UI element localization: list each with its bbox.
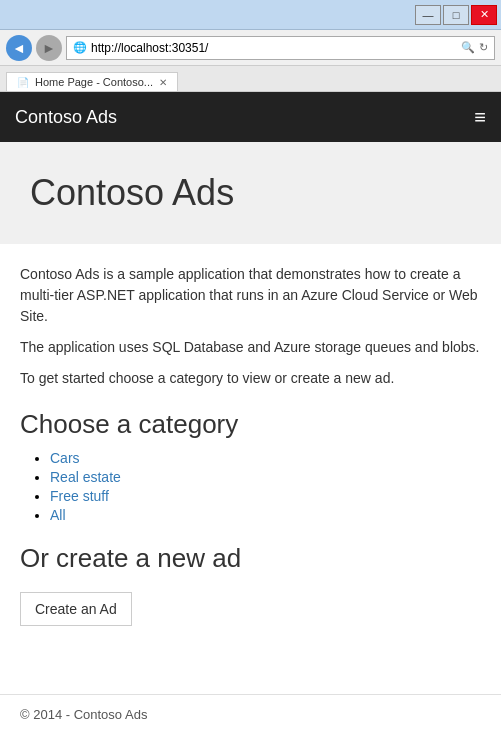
tab-close-button[interactable]: ✕: [159, 77, 167, 88]
list-item: Cars: [50, 450, 481, 466]
category-link-freestuff[interactable]: Free stuff: [50, 488, 109, 504]
category-heading: Choose a category: [20, 409, 481, 440]
footer: © 2014 - Contoso Ads: [0, 694, 501, 734]
window-controls: — □ ✕: [415, 5, 497, 25]
list-item: Real estate: [50, 469, 481, 485]
category-list: Cars Real estate Free stuff All: [20, 450, 481, 523]
browser-tab[interactable]: 📄 Home Page - Contoso... ✕: [6, 72, 178, 91]
navbar-toggle-button[interactable]: ≡: [474, 106, 486, 129]
hero-title: Contoso Ads: [30, 172, 471, 214]
category-link-realestate[interactable]: Real estate: [50, 469, 121, 485]
close-button[interactable]: ✕: [471, 5, 497, 25]
create-ad-button[interactable]: Create an Ad: [20, 592, 132, 626]
content-area: Contoso Ads Contoso Ads is a sample appl…: [0, 142, 501, 694]
address-bar-container: 🌐 🔍 ↻: [66, 36, 495, 60]
address-input[interactable]: [91, 41, 457, 55]
forward-button[interactable]: ►: [36, 35, 62, 61]
navbar-brand: Contoso Ads: [15, 107, 117, 128]
maximize-button[interactable]: □: [443, 5, 469, 25]
browser-toolbar: ◄ ► 🌐 🔍 ↻: [0, 30, 501, 66]
refresh-icon[interactable]: ↻: [479, 41, 488, 54]
list-item: Free stuff: [50, 488, 481, 504]
list-item: All: [50, 507, 481, 523]
main-content: Contoso Ads Contoso Ads is a sample appl…: [0, 142, 501, 646]
description-paragraph-2: The application uses SQL Database and Az…: [20, 337, 481, 358]
category-link-cars[interactable]: Cars: [50, 450, 80, 466]
minimize-button[interactable]: —: [415, 5, 441, 25]
footer-text: © 2014 - Contoso Ads: [20, 707, 147, 722]
back-button[interactable]: ◄: [6, 35, 32, 61]
create-heading: Or create a new ad: [20, 543, 481, 574]
hero-section: Contoso Ads: [0, 142, 501, 244]
page-icon: 🌐: [73, 41, 87, 54]
category-link-all[interactable]: All: [50, 507, 66, 523]
navbar: Contoso Ads ≡: [0, 92, 501, 142]
description-paragraph-3: To get started choose a category to view…: [20, 368, 481, 389]
tab-bar: 📄 Home Page - Contoso... ✕: [0, 66, 501, 92]
tab-favicon: 📄: [17, 77, 29, 88]
description-paragraph-1: Contoso Ads is a sample application that…: [20, 264, 481, 327]
search-icon: 🔍: [461, 41, 475, 54]
tab-label: Home Page - Contoso...: [35, 76, 153, 88]
window-chrome: — □ ✕: [0, 0, 501, 30]
